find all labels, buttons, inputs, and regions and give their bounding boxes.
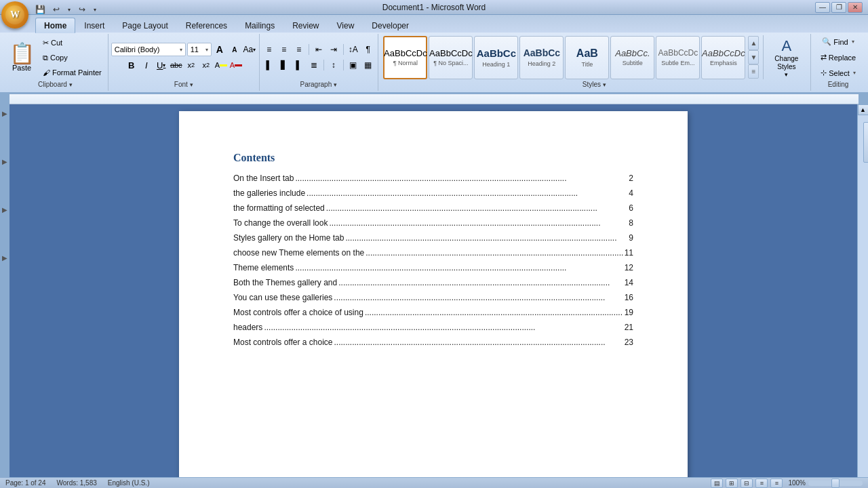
paragraph-expand[interactable]: ▾ <box>334 81 337 88</box>
outline-btn[interactable]: ≡ <box>755 479 768 488</box>
close-button[interactable]: ✕ <box>848 2 863 13</box>
toc-entry: Most controls offer a choice of using...… <box>233 308 633 317</box>
underline-button[interactable]: U▾ <box>155 58 168 72</box>
tab-insert[interactable]: Insert <box>75 18 113 33</box>
format-painter-button[interactable]: 🖌 Format Painter <box>39 67 105 78</box>
print-layout-btn[interactable]: ▤ <box>711 479 723 488</box>
align-center-button[interactable]: ▋ <box>277 58 291 72</box>
italic-button[interactable]: I <box>140 58 153 72</box>
font-size-selector[interactable]: 11 ▾ <box>187 43 212 56</box>
bold-button[interactable]: B <box>125 58 138 72</box>
web-layout-btn[interactable]: ⊟ <box>741 479 753 488</box>
highlight-button[interactable]: A <box>214 58 228 72</box>
margin-arrow-4[interactable]: ▶ <box>2 254 7 262</box>
styles-scroll-down[interactable]: ▼ <box>748 50 759 64</box>
superscript-button[interactable]: x2 <box>199 58 213 72</box>
style-no-spacing-label: ¶ No Spaci... <box>433 60 468 66</box>
style-normal[interactable]: AaBbCcDc ¶ Normal <box>383 36 427 79</box>
grow-font-button[interactable]: A <box>213 43 226 56</box>
styles-more-button[interactable]: ≡ <box>748 64 759 79</box>
style-heading1[interactable]: AaBbCc Heading 1 <box>474 36 518 79</box>
select-dropdown-arrow: ▾ <box>853 70 856 76</box>
clipboard-expand[interactable]: ▾ <box>69 81 73 88</box>
undo-dropdown[interactable]: ▾ <box>65 3 73 16</box>
toc-dots: ........................................… <box>329 218 627 228</box>
style-no-spacing[interactable]: AaBbCcDc ¶ No Spaci... <box>429 36 473 79</box>
minimize-button[interactable]: — <box>815 2 830 13</box>
style-subtitle[interactable]: AaBbCc. Subtitle <box>610 36 654 79</box>
tab-home[interactable]: Home <box>35 18 75 33</box>
redo-button[interactable]: ↪ <box>75 3 90 16</box>
qat-dropdown[interactable]: ▾ <box>91 3 99 16</box>
font-expand[interactable]: ▾ <box>190 81 193 88</box>
toc-page-number: 23 <box>625 338 633 347</box>
margin-arrow-3[interactable]: ▶ <box>2 206 7 214</box>
subscript-button[interactable]: x2 <box>184 58 198 72</box>
zoom-thumb[interactable] <box>831 479 840 488</box>
change-styles-button[interactable]: A ChangeStyles ▾ <box>768 35 805 79</box>
toc-entry: choose new Theme elements on the........… <box>233 248 633 258</box>
toc-dots: ........................................… <box>345 233 627 243</box>
copy-button[interactable]: ⧉ Copy <box>39 52 105 64</box>
increase-indent-button[interactable]: ⇥ <box>327 43 340 56</box>
toc-dots: ........................................… <box>264 323 623 332</box>
justify-button[interactable]: ≣ <box>307 58 321 72</box>
scroll-area[interactable]: Contents On the Insert tab..............… <box>9 104 857 488</box>
bullets-button[interactable]: ≡ <box>262 43 276 56</box>
office-button[interactable]: W <box>1 1 28 28</box>
replace-button[interactable]: ⇄ Replace <box>816 51 861 64</box>
strikethrough-button[interactable]: abc <box>170 58 183 72</box>
clipboard-right: ✂ Cut ⧉ Copy 🖌 Format Painter <box>39 35 105 79</box>
shading-button[interactable]: ▣ <box>347 58 360 72</box>
restore-button[interactable]: ❐ <box>831 2 846 13</box>
show-formatting-button[interactable]: ¶ <box>361 43 375 56</box>
font-name-selector[interactable]: Calibri (Body) ▾ <box>111 43 186 56</box>
tab-developer[interactable]: Developer <box>363 18 418 33</box>
find-button[interactable]: 🔍 Find ▾ <box>817 35 859 48</box>
font-name-dropdown-arrow: ▾ <box>180 47 182 53</box>
styles-expand[interactable]: ▾ <box>603 81 606 88</box>
save-qat-button[interactable]: 💾 <box>33 3 47 16</box>
toc-entry-text: choose new Theme elements on the <box>233 248 364 258</box>
tab-page-layout[interactable]: Page Layout <box>113 18 176 33</box>
style-subtle-em[interactable]: AaBbCcDc Subtle Em... <box>656 36 700 79</box>
zoom-slider[interactable] <box>808 481 863 486</box>
scrollbar-thumb[interactable] <box>863 122 869 163</box>
line-spacing-button[interactable]: ↕ <box>327 58 340 72</box>
tab-view[interactable]: View <box>328 18 363 33</box>
tab-mailings[interactable]: Mailings <box>236 18 283 33</box>
draft-btn[interactable]: ≡ <box>770 479 783 488</box>
cut-button[interactable]: ✂ Cut <box>39 37 105 49</box>
style-title[interactable]: AaB Title <box>565 36 609 79</box>
style-heading2[interactable]: AaBbCc Heading 2 <box>519 36 564 79</box>
align-right-button[interactable]: ▌ <box>292 58 306 72</box>
font-color-button[interactable]: A <box>229 58 243 72</box>
paste-button[interactable]: 📋 Paste <box>5 35 38 79</box>
toc-dots: ........................................… <box>307 188 627 198</box>
full-reading-btn[interactable]: ⊞ <box>726 479 738 488</box>
style-emphasis-label: Emphasis <box>710 60 737 66</box>
style-emphasis[interactable]: AaBbCcDc Emphasis <box>701 36 745 79</box>
scrollbar-up-button[interactable]: ▲ <box>858 104 869 115</box>
sort-button[interactable]: ↕A <box>347 43 360 56</box>
styles-scroll-up[interactable]: ▲ <box>748 36 759 50</box>
change-case-button[interactable]: Aa▾ <box>243 43 256 56</box>
toc-entries: On the Insert tab.......................… <box>233 174 633 347</box>
numbering-button[interactable]: ≡ <box>277 43 291 56</box>
margin-arrow-2[interactable]: ▶ <box>2 158 7 165</box>
align-left-button[interactable]: ▌ <box>262 58 276 72</box>
margin-arrow-1[interactable]: ▶ <box>2 110 7 117</box>
select-icon: ⊹ <box>821 68 827 77</box>
tab-review[interactable]: Review <box>283 18 328 33</box>
tab-references[interactable]: References <box>177 18 236 33</box>
multilevel-button[interactable]: ≡ <box>292 43 306 56</box>
undo-button[interactable]: ↩ <box>49 3 64 16</box>
ribbon-content: 📋 Paste ✂ Cut ⧉ Copy 🖌 Format Painter <box>0 33 868 92</box>
shrink-font-button[interactable]: A <box>228 43 241 56</box>
borders-button[interactable]: ▦ <box>361 58 375 72</box>
toc-page-number: 2 <box>629 174 633 183</box>
decrease-indent-button[interactable]: ⇤ <box>312 43 326 56</box>
ruler <box>9 94 859 104</box>
style-subtle-em-label: Subtle Em... <box>661 60 694 66</box>
select-button[interactable]: ⊹ Select ▾ <box>816 66 861 79</box>
